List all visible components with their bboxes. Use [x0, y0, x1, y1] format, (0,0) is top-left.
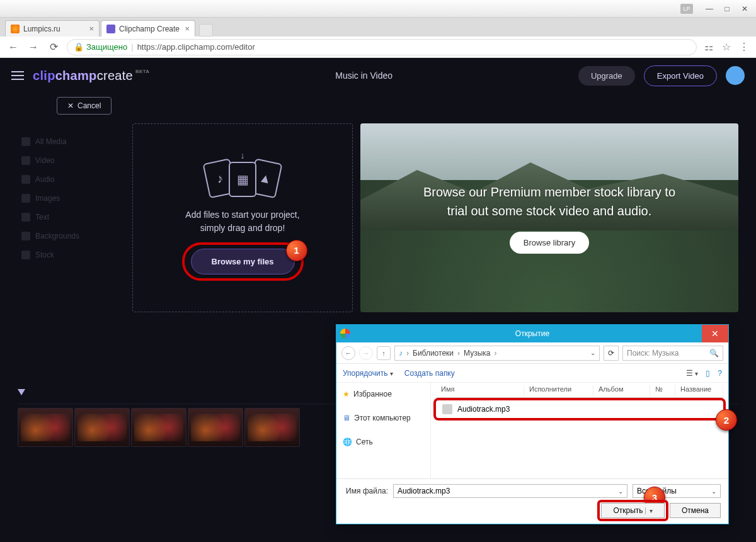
sidebar-item-audio[interactable]: Audio [18, 170, 125, 189]
bookmark-icon[interactable]: ☆ [721, 41, 732, 53]
cancel-button[interactable]: ✕ Cancel [57, 97, 112, 115]
folder-tree[interactable]: ★Избранное 🖥Этот компьютер 🌐Сеть [336, 383, 431, 478]
audio-file-icon [442, 404, 452, 414]
chevron-down-icon[interactable]: ⌄ [711, 488, 716, 495]
translate-icon[interactable]: ⚏ [703, 41, 714, 53]
filename-label: Имя файла: [344, 487, 388, 495]
timeline-clip[interactable] [74, 408, 130, 447]
new-folder-button[interactable]: Создать папку [404, 369, 455, 378]
upgrade-button[interactable]: Upgrade [578, 66, 635, 86]
annotation-callout-1: 1 [286, 240, 307, 261]
dialog-close-button[interactable]: ✕ [702, 325, 728, 342]
dialog-titlebar[interactable]: Открытие ✕ [336, 325, 728, 342]
media-sidebar: All Media Video Audio Images Text Backgr… [18, 104, 125, 312]
app-header: clipchampcreateBETA Music in Video Upgra… [0, 58, 756, 93]
sidebar-item-stock[interactable]: Stock [18, 246, 125, 264]
reload-button[interactable]: ⟳ [47, 41, 60, 53]
dropzone-illustration: ↓ ♪ ▦ ▲ [201, 162, 284, 197]
text-icon [21, 213, 30, 222]
tree-network[interactable]: 🌐Сеть [341, 434, 425, 449]
tab-close-icon[interactable]: × [89, 24, 94, 33]
back-button[interactable]: ← [6, 42, 20, 53]
timeline-clip[interactable] [18, 408, 73, 447]
address-bar[interactable]: 🔒 Защищено | https://app.clipchamp.com/e… [67, 39, 697, 55]
tree-favorites[interactable]: ★Избранное [341, 387, 425, 402]
col-artist[interactable]: Исполнители [524, 385, 593, 397]
preview-pane-button[interactable]: ▯ [706, 369, 710, 378]
dialog-title: Открытие [515, 329, 549, 338]
playhead-icon[interactable] [18, 389, 25, 395]
timeline-clip[interactable] [188, 408, 243, 447]
window-close-button[interactable]: ✕ [736, 3, 753, 15]
help-button[interactable]: ? [718, 369, 722, 378]
sidebar-item-text[interactable]: Text [18, 208, 125, 227]
media-dropzone[interactable]: ↓ ♪ ▦ ▲ Add files to start your project,… [132, 123, 353, 312]
tab-title: Clipchamp Create [119, 25, 181, 33]
sidebar-item-images[interactable]: Images [18, 189, 125, 208]
new-tab-button[interactable] [199, 24, 213, 37]
forward-button[interactable]: → [26, 42, 40, 53]
tab-lumpics[interactable]: Lumpics.ru × [5, 20, 100, 37]
col-name[interactable]: Имя [436, 385, 524, 397]
media-icon [21, 137, 30, 146]
refresh-button[interactable]: ⟳ [604, 346, 619, 361]
dialog-body: ★Избранное 🖥Этот компьютер 🌐Сеть Имя Исп… [336, 383, 728, 478]
search-icon: 🔍 [709, 349, 719, 358]
tree-this-pc[interactable]: 🖥Этот компьютер [341, 410, 425, 426]
chevron-down-icon[interactable]: ⌄ [618, 488, 623, 495]
nav-up-button[interactable]: ↑ [377, 346, 391, 360]
col-album[interactable]: Альбом [593, 385, 650, 397]
chrome-icon [340, 329, 350, 339]
view-mode-button[interactable]: ☰ ▾ [686, 369, 698, 378]
stock-icon [21, 251, 30, 259]
url-text: https://app.clipchamp.com/editor [137, 42, 255, 52]
file-name: Audiotrack.mp3 [457, 405, 510, 414]
menu-icon[interactable]: ⋮ [738, 41, 750, 53]
cancel-dialog-button[interactable]: Отмена [670, 503, 721, 518]
breadcrumb-music[interactable]: Музыка [464, 349, 490, 358]
browse-library-button[interactable]: Browse library [510, 232, 589, 254]
image-icon [21, 194, 30, 203]
stock-text: Browse our Premium member stock library … [398, 183, 701, 220]
file-open-dialog: Открытие ✕ ← → ↑ ♪ › Библиотеки › Музыка… [336, 324, 729, 524]
chevron-down-icon[interactable]: ▾ [645, 507, 653, 514]
tab-title: Lumpics.ru [23, 25, 85, 33]
window-minimize-button[interactable]: — [701, 3, 718, 15]
file-row-audiotrack[interactable]: Audiotrack.mp3 [436, 400, 723, 418]
sidebar-item-all-media[interactable]: All Media [18, 132, 125, 151]
breadcrumb-path[interactable]: ♪ › Библиотеки › Музыка › ⌄ [394, 346, 600, 361]
export-video-button[interactable]: Export Video [644, 65, 717, 86]
os-window-titlebar: LP — □ ✕ [0, 0, 756, 18]
breadcrumb-libraries[interactable]: Библиотеки [413, 349, 454, 358]
file-list-header[interactable]: Имя Исполнители Альбом № Название [436, 385, 723, 398]
timeline-clip[interactable] [244, 408, 300, 447]
nav-back-button[interactable]: ← [341, 346, 355, 360]
chevron-down-icon[interactable]: ⌄ [590, 349, 595, 356]
download-arrow-icon: ↓ [241, 150, 245, 161]
nav-forward-button[interactable]: → [359, 346, 373, 360]
secure-label: Защищено [86, 42, 127, 52]
tab-clipchamp[interactable]: Clipchamp Create × [101, 20, 195, 37]
organize-menu[interactable]: Упорядочить ▾ [343, 369, 393, 378]
user-avatar[interactable] [726, 66, 745, 85]
app-logo: clipchampcreateBETA [33, 69, 149, 83]
tab-close-icon[interactable]: × [185, 24, 190, 33]
browse-my-files-button[interactable]: Browse my files [191, 249, 295, 274]
col-num[interactable]: № [650, 385, 675, 397]
browser-tabstrip: Lumpics.ru × Clipchamp Create × [0, 18, 756, 37]
extension-badge: LP [680, 4, 693, 14]
filename-input[interactable]: Audiotrack.mp3⌄ [393, 484, 627, 498]
menu-hamburger-icon[interactable] [11, 71, 24, 80]
file-list[interactable]: Имя Исполнители Альбом № Название Audiot… [431, 383, 728, 478]
dialog-footer: Имя файла: Audiotrack.mp3⌄ Все файлы⌄ 3 … [336, 478, 728, 524]
open-button[interactable]: Открыть ▾ [601, 503, 664, 518]
sidebar-item-backgrounds[interactable]: Backgrounds [18, 227, 125, 246]
timeline-clip[interactable] [131, 408, 186, 447]
window-maximize-button[interactable]: □ [718, 3, 736, 15]
col-title[interactable]: Название [675, 385, 723, 397]
star-icon: ★ [343, 390, 350, 398]
sidebar-item-video[interactable]: Video [18, 151, 125, 170]
network-icon: 🌐 [343, 438, 352, 446]
project-title[interactable]: Music in Video [335, 71, 392, 81]
search-input[interactable]: Поиск: Музыка 🔍 [622, 346, 723, 361]
